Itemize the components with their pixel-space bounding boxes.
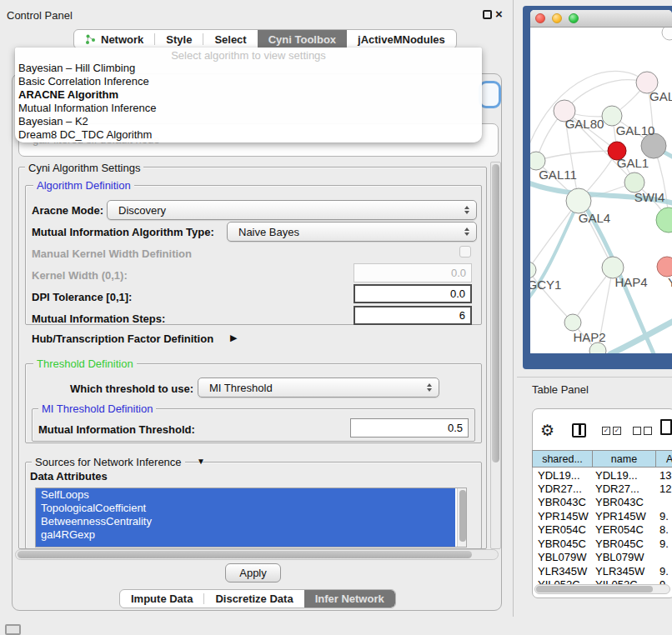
- zoom-button[interactable]: [569, 13, 579, 23]
- cell: 12: [655, 482, 672, 495]
- tab-impute-data[interactable]: Impute Data: [120, 590, 203, 608]
- column-header-partial[interactable]: A: [655, 450, 672, 468]
- tab-style-label: Style: [166, 33, 192, 46]
- tab-network[interactable]: Network: [74, 30, 154, 48]
- table-row[interactable]: YBL079WYBL079W: [533, 551, 672, 563]
- dropdown-item[interactable]: Mutual Information Inference: [15, 102, 482, 115]
- network-canvas[interactable]: GAL GAL80 GAL10 GAL1 GAL11 SWI4 GAL4 GCY…: [530, 28, 672, 353]
- table-row[interactable]: YPR145WYPR145W9.: [533, 510, 672, 522]
- table-row[interactable]: YDR27...YDR27...12: [533, 482, 672, 495]
- settings-horizontal-scrollbar-thumb[interactable]: [18, 551, 472, 558]
- cell: 9.: [655, 510, 672, 522]
- cell: YBR045C: [533, 538, 592, 550]
- cell: YLR345W: [533, 565, 592, 578]
- mi-threshold-field[interactable]: 0.5: [350, 418, 469, 438]
- cell: YDR27...: [533, 482, 592, 495]
- table-row[interactable]: YER054CYER054C8.: [533, 523, 672, 536]
- close-button[interactable]: [535, 13, 545, 23]
- apply-button[interactable]: Apply: [225, 563, 281, 582]
- dropdown-item[interactable]: Dream8 DC_TDC Algorithm: [15, 128, 482, 142]
- node-hap2[interactable]: [564, 314, 581, 331]
- column-header-name[interactable]: name: [592, 450, 656, 468]
- list-item[interactable]: SelfLoops: [36, 488, 466, 502]
- document-icon[interactable]: [660, 419, 672, 435]
- aracne-mode-combobox[interactable]: Discovery: [107, 200, 477, 220]
- tab-discretize-data-label: Discretize Data: [215, 592, 293, 605]
- cell: YBL079W: [592, 551, 655, 563]
- tab-style[interactable]: Style: [155, 30, 203, 48]
- panel-divider: [517, 377, 672, 378]
- aracne-mode-label: Aracne Mode:: [32, 204, 103, 217]
- settings-vertical-scrollbar-thumb[interactable]: [492, 164, 499, 462]
- column-header-shared[interactable]: shared...: [532, 450, 593, 468]
- kernel-width-field[interactable]: 0.0: [354, 263, 472, 282]
- mi-steps-field[interactable]: 6: [354, 306, 472, 325]
- dropdown-prompt: Select algorithm to view settings: [15, 49, 482, 62]
- algorithm-combobox-focus-fragment[interactable]: [479, 81, 501, 108]
- cell: YIL052C: [533, 578, 592, 584]
- tab-jactivemnodules[interactable]: jActiveMNodules: [347, 30, 456, 48]
- mi-threshold-definition-title: MI Threshold Definition: [38, 402, 156, 415]
- dpi-tolerance-field[interactable]: 0.0: [354, 284, 472, 303]
- node[interactable]: [662, 28, 672, 40]
- tab-cyni-toolbox[interactable]: Cyni Toolbox: [258, 30, 347, 48]
- manual-kernel-width-checkbox[interactable]: [459, 246, 471, 258]
- mi-algorithm-type-combobox[interactable]: Naive Bayes: [227, 222, 477, 242]
- list-item[interactable]: gal4RGexp: [36, 528, 466, 542]
- which-threshold-combobox[interactable]: MI Threshold: [198, 378, 439, 398]
- cell: YPR145W: [533, 510, 592, 522]
- corner-toggle-button[interactable]: [5, 624, 21, 635]
- network-icon: [85, 34, 96, 45]
- table-row[interactable]: YIL052CYIL052C9.: [533, 578, 672, 584]
- table-row[interactable]: YDL19...YDL19...13: [533, 469, 672, 482]
- node[interactable]: [656, 208, 672, 232]
- cell: 13: [655, 469, 672, 482]
- show-columns-icon[interactable]: ✓✓: [602, 427, 621, 435]
- which-threshold-value: MI Threshold: [209, 382, 273, 394]
- table-row[interactable]: YLR345WYLR345W9.: [533, 565, 672, 578]
- manual-kernel-width-label: Manual Kernel Width Definition: [32, 248, 192, 260]
- table-panel-title: Table Panel: [532, 383, 589, 396]
- dropdown-item[interactable]: Basic Correlation Inference: [15, 75, 482, 88]
- tab-select[interactable]: Select: [203, 30, 257, 48]
- network-window-titlebar[interactable]: [530, 10, 672, 28]
- kernel-width-label: Kernel Width (0,1):: [32, 269, 128, 282]
- close-icon[interactable]: ×: [495, 7, 503, 21]
- table-horizontal-scrollbar-thumb[interactable]: [536, 586, 653, 592]
- expand-arrow-icon[interactable]: ▶: [230, 332, 237, 343]
- algorithm-definition-title: Algorithm Definition: [33, 179, 134, 192]
- mi-algorithm-type-label: Mutual Information Algorithm Type:: [32, 226, 214, 238]
- collapse-arrow-icon[interactable]: ▼: [197, 457, 205, 466]
- node-gcy1[interactable]: [530, 262, 536, 278]
- cyni-bottom-tabbar: Impute Data Discretize Data Infer Networ…: [119, 589, 396, 608]
- node-label: GAL80: [565, 117, 604, 131]
- node-label: SWI4: [634, 190, 665, 204]
- data-attributes-list[interactable]: SelfLoops TopologicalCoefficient Between…: [35, 488, 467, 548]
- list-item[interactable]: BetweennessCentrality: [36, 515, 466, 528]
- tab-impute-data-label: Impute Data: [131, 592, 193, 605]
- dropdown-item[interactable]: Bayesian – K2: [15, 115, 482, 128]
- tab-infer-network[interactable]: Infer Network: [304, 590, 395, 608]
- cell: YBL079W: [533, 551, 592, 563]
- columns-icon[interactable]: [572, 423, 586, 438]
- gear-icon[interactable]: ⚙: [540, 421, 554, 440]
- float-window-icon[interactable]: [483, 10, 492, 19]
- hide-columns-icon[interactable]: [633, 427, 652, 435]
- spinner-arrows-icon: [427, 383, 432, 392]
- node-gal4[interactable]: [566, 188, 591, 213]
- table-row[interactable]: YBR043CYBR043C: [533, 496, 672, 508]
- cell: YDL19...: [533, 469, 592, 482]
- list-item[interactable]: TopologicalCoefficient: [36, 502, 466, 515]
- dropdown-item-selected[interactable]: ARACNE Algorithm: [15, 88, 482, 102]
- mi-algorithm-type-value: Naive Bayes: [238, 226, 299, 238]
- dropdown-item[interactable]: Bayesian – Hill Climbing: [15, 62, 482, 75]
- mi-steps-label: Mutual Information Steps:: [32, 312, 165, 325]
- cell: YDL19...: [592, 469, 655, 482]
- table-row[interactable]: YBR045CYBR045C9.: [533, 538, 672, 550]
- node[interactable]: [657, 257, 672, 277]
- tab-discretize-data[interactable]: Discretize Data: [204, 590, 303, 608]
- list-scrollbar-thumb[interactable]: [459, 490, 466, 542]
- minimize-button[interactable]: [552, 13, 562, 23]
- network-view-window[interactable]: GAL GAL80 GAL10 GAL1 GAL11 SWI4 GAL4 GCY…: [530, 10, 672, 353]
- list-scrollbar[interactable]: [457, 488, 467, 548]
